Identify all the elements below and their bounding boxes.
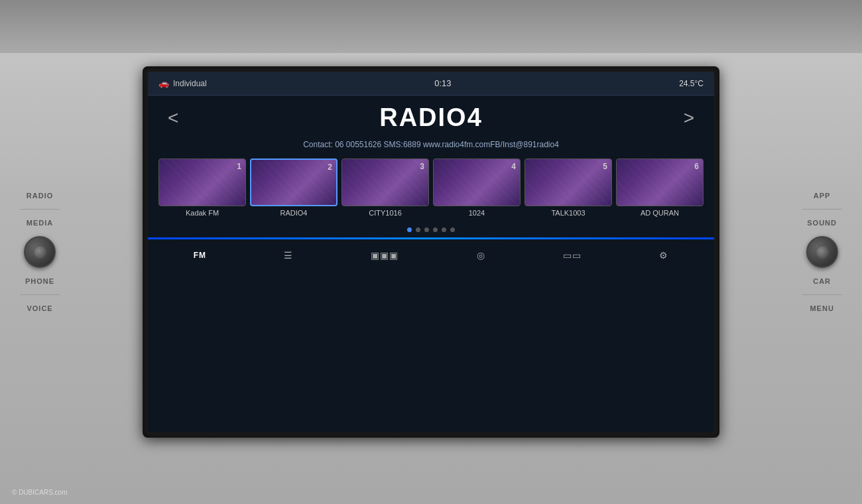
preset-1[interactable]: 1 Kadak FM (158, 158, 246, 217)
nav-row: < RADIO4 > (148, 95, 714, 140)
preset-4[interactable]: 4 1024 (433, 158, 521, 217)
dot-1[interactable] (407, 227, 412, 232)
preset-thumb-5: 5 (524, 158, 612, 206)
toolbar-settings[interactable]: ⚙ (652, 247, 675, 263)
pagination (148, 223, 714, 236)
screen: 🚗 Individual 0:13 24.5°C < RADIO4 > Cont… (148, 72, 714, 432)
watermark: © DUBICARS.com (12, 489, 68, 496)
bottom-toolbar: FM ☰ ▣▣▣ ◎ ▭▭ ⚙ (148, 241, 714, 270)
knob-inner (33, 245, 46, 259)
preset-number-1: 1 (237, 162, 241, 171)
menu-button[interactable]: MENU (804, 302, 839, 315)
station-name: RADIO4 (379, 103, 483, 132)
voice-button[interactable]: VOICE (21, 302, 58, 315)
right-knob[interactable] (806, 236, 838, 268)
nav-left-arrow[interactable]: < (168, 107, 178, 129)
car-panel: RADIO MEDIA PHONE VOICE 🚗 Individual 0:1… (0, 0, 862, 504)
preset-thumb-6: 6 (616, 158, 704, 206)
dot-4[interactable] (433, 227, 438, 232)
settings-icon: ⚙ (659, 250, 668, 261)
divider-4 (802, 294, 842, 295)
preset-number-6: 6 (694, 162, 699, 171)
preset-label-1: Kadak FM (158, 209, 246, 217)
left-controls: RADIO MEDIA PHONE VOICE (20, 189, 60, 315)
preset-2[interactable]: 2 RADIO4 (250, 158, 338, 217)
preset-thumb-2: 2 (250, 158, 338, 206)
preset-thumb-1: 1 (158, 158, 246, 206)
dot-2[interactable] (416, 227, 420, 232)
preset-label-6: AD QURAN (616, 209, 704, 217)
right-controls: APP SOUND CAR MENU (802, 189, 842, 315)
memory-icon: ▭▭ (563, 250, 582, 261)
presets-row: 1 Kadak FM 2 RADIO4 3 CITY1016 (148, 156, 714, 223)
nav-right-arrow[interactable]: > (684, 107, 694, 129)
preset-number-5: 5 (603, 162, 607, 171)
status-left: 🚗 Individual (158, 78, 207, 88)
status-temperature: 24.5°C (679, 79, 704, 88)
toolbar-memory[interactable]: ▭▭ (556, 247, 588, 263)
toolbar-fm[interactable]: FM (187, 248, 213, 263)
accent-bar (148, 237, 714, 239)
profile-icon: 🚗 (158, 78, 169, 88)
left-knob[interactable] (24, 236, 56, 268)
car-button[interactable]: CAR (808, 275, 836, 288)
contact-info: Contact: 06 00551626 SMS:6889 www.radio4… (148, 140, 714, 156)
divider-2 (20, 294, 60, 295)
app-button[interactable]: APP (808, 189, 836, 202)
phone-button[interactable]: PHONE (20, 275, 60, 288)
preset-thumb-4: 4 (433, 158, 521, 206)
preset-label-2: RADIO4 (250, 209, 338, 217)
toolbar-broadcast[interactable]: ◎ (470, 247, 492, 263)
toolbar-signal[interactable]: ▣▣▣ (364, 247, 405, 263)
dot-3[interactable] (424, 227, 429, 232)
preset-number-2: 2 (328, 162, 332, 172)
profile-name: Individual (173, 79, 207, 88)
preset-number-4: 4 (511, 162, 516, 171)
preset-6[interactable]: 6 AD QURAN (616, 158, 704, 217)
preset-number-3: 3 (420, 162, 424, 171)
divider-1 (20, 209, 60, 210)
toolbar-list[interactable]: ☰ (277, 247, 300, 263)
broadcast-icon: ◎ (477, 250, 485, 261)
divider-3 (802, 209, 842, 210)
preset-label-3: CITY1016 (341, 209, 429, 217)
radio-button[interactable]: RADIO (21, 189, 58, 202)
signal-icon: ▣▣▣ (371, 250, 399, 261)
top-vent (0, 0, 862, 53)
status-bar: 🚗 Individual 0:13 24.5°C (148, 72, 714, 95)
dot-6[interactable] (450, 227, 455, 232)
preset-thumb-3: 3 (341, 158, 429, 206)
preset-label-5: TALK1003 (524, 209, 612, 217)
right-knob-inner (816, 245, 829, 259)
dot-5[interactable] (442, 227, 446, 232)
status-time: 0:13 (434, 78, 451, 88)
preset-3[interactable]: 3 CITY1016 (341, 158, 429, 217)
fm-label: FM (194, 251, 206, 260)
preset-label-4: 1024 (433, 209, 521, 217)
media-button[interactable]: MEDIA (21, 216, 58, 229)
sound-button[interactable]: SOUND (802, 216, 842, 229)
preset-5[interactable]: 5 TALK1003 (524, 158, 612, 217)
list-icon: ☰ (284, 250, 293, 261)
screen-bezel: 🚗 Individual 0:13 24.5°C < RADIO4 > Cont… (143, 66, 719, 438)
